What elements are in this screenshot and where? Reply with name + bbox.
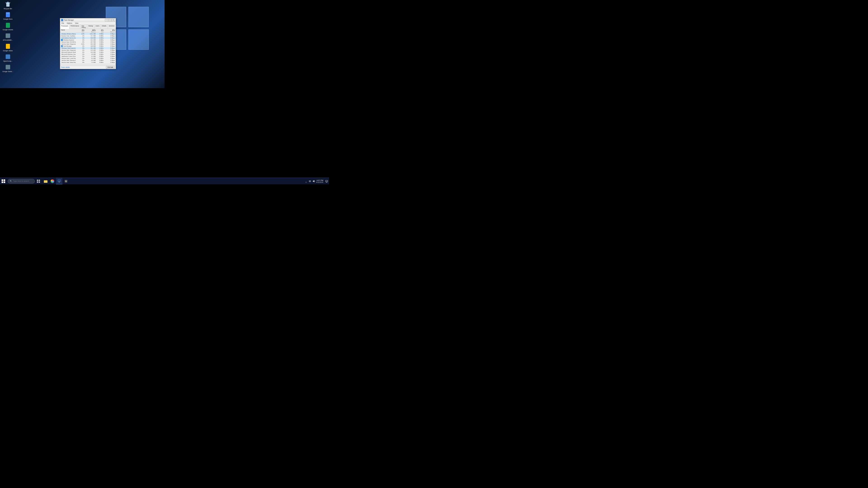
options-menu[interactable]: Options: [66, 22, 72, 24]
desktop-icon-google-sheets[interactable]: Google Sheets: [1, 22, 15, 31]
cpu-header[interactable]: 3% CPU: [76, 29, 85, 33]
proc-memory: 18.1 MB: [85, 47, 96, 49]
chrome-icon: [51, 180, 54, 183]
task-manager-taskbar[interactable]: [56, 178, 62, 185]
desktop-icon-google-stubs[interactable]: Google Stubs...: [1, 64, 15, 72]
proc-disk: 0 MB/s: [96, 58, 104, 59]
table-row[interactable]: Desktop Window Manager 1.8% 119.1 MB 0 M…: [60, 33, 116, 35]
disk-header[interactable]: 4% Disk: [96, 29, 104, 33]
minimize-button[interactable]: ─: [105, 19, 108, 22]
search-input[interactable]: [13, 180, 33, 182]
table-row[interactable]: Windows Shell Experience Host 0% 18.1 MB…: [60, 47, 116, 49]
volume-icon[interactable]: [312, 180, 315, 183]
end-task-button[interactable]: End task: [106, 66, 115, 68]
tray-expand-button[interactable]: ∧: [305, 180, 308, 183]
system-clock[interactable]: 4:07 PM 6/10/2019: [316, 180, 323, 183]
proc-name: Service Host: Local Disc...: [61, 57, 76, 59]
proc-cpu: 0%: [76, 52, 85, 53]
table-row[interactable]: Task Manager 0% 16.8 MB 0 MB/s 0 Mbps: [60, 45, 116, 47]
desktop-icon-google-slides[interactable]: Google Slides: [1, 43, 15, 52]
notification-center-button[interactable]: [325, 179, 328, 184]
tab-performance[interactable]: Performance: [69, 25, 80, 29]
proc-cpu: 2%: [76, 37, 85, 39]
proc-network: 0 Mbps: [104, 37, 115, 39]
win-pane-2: [128, 7, 149, 27]
network-icon[interactable]: [308, 180, 311, 183]
chrome-taskbar[interactable]: [49, 178, 56, 185]
google-sheets-icon: [5, 22, 11, 29]
memory-header[interactable]: 44% Memory: [85, 29, 96, 33]
google-slides-label: Google Slides: [3, 50, 13, 52]
proc-name: Microsoft Windows Search Inde...: [61, 53, 76, 55]
proc-network: 0 Mbps: [104, 39, 115, 41]
name-header[interactable]: Name: [61, 29, 76, 33]
proc-name: Desktop Window Manager: [61, 33, 76, 35]
table-row[interactable]: Windows Explorer 0% 22.1 MB 0 MB/s 0 Mbp…: [60, 39, 116, 41]
table-row[interactable]: Service Host: Diagnostic Policy... 0.6% …: [60, 43, 116, 45]
google-docs-icon: [5, 11, 11, 18]
desktop-icon-recycle-bin[interactable]: Recycle Bin: [1, 1, 15, 10]
table-row[interactable]: Service Host: DCOM Server Pro... 0% 20.7…: [60, 41, 116, 43]
taskbar-search[interactable]: 🔍: [8, 179, 35, 184]
taskbar: 🔍: [0, 177, 329, 184]
proc-memory: 22.1 MB: [85, 39, 96, 41]
file-menu[interactable]: File: [61, 22, 64, 24]
view-menu[interactable]: View: [74, 22, 79, 24]
google-slides-icon: [5, 43, 11, 50]
proc-cpu: 0%: [76, 39, 85, 41]
tab-services[interactable]: Services: [108, 25, 116, 29]
file-explorer-icon: [44, 180, 48, 183]
table-row[interactable]: Service Host: Remote Procedur... 0% 8.0 …: [60, 59, 116, 61]
start-button[interactable]: [0, 178, 7, 185]
svg-rect-20: [59, 182, 60, 182]
task-view-button[interactable]: [35, 178, 41, 185]
tab-users[interactable]: Users: [94, 25, 101, 29]
proc-network: 0 Mbps: [104, 62, 115, 63]
table-row[interactable]: Application Frame Host 0% 9.4 MB 0 MB/s …: [60, 55, 116, 57]
tab-details[interactable]: Details: [101, 25, 108, 29]
tab-app-history[interactable]: App history: [81, 25, 87, 29]
close-button[interactable]: ✕: [112, 19, 115, 22]
file-explorer-taskbar[interactable]: [42, 178, 49, 185]
column-headers: Name 3% CPU 44% Memory 4% Disk 0% Networ…: [60, 29, 116, 33]
proc-cpu: 0%: [76, 56, 85, 57]
proc-network: 0 Mbps: [104, 33, 115, 35]
table-row[interactable]: Antimalware Service Executable 2% 53.8 M…: [60, 37, 116, 39]
proc-cpu: 0%: [76, 60, 85, 61]
maximize-button[interactable]: □: [108, 19, 112, 22]
table-row[interactable]: Service Host: Diagnostic Polic... 0% 12.…: [60, 49, 116, 51]
table-row[interactable]: Microsoft Network Realtime Ins... 0% 10.…: [60, 51, 116, 53]
proc-name: Service Host: Diagnostic Policy...: [61, 43, 76, 45]
network-header[interactable]: 0% Network: [104, 29, 115, 33]
proc-memory: 71.7 MB: [85, 35, 96, 37]
table-row[interactable]: Service Host: SysMain 2% 71.7 MB 0 MB/s …: [60, 35, 116, 37]
desktop-icon-google-docs[interactable]: Google Docs: [1, 11, 15, 20]
proc-network: 0 Mbps: [104, 41, 115, 43]
proc-name: Service Host: SysMain: [61, 35, 76, 37]
search-icon: 🔍: [10, 180, 12, 182]
desktop-icon-opencomp[interactable]: OpenComp...: [1, 54, 15, 62]
proc-cpu: 0%: [76, 58, 85, 59]
proc-cpu: 0%: [76, 54, 85, 55]
proc-name: Windows Explorer: [61, 39, 76, 41]
tab-processes[interactable]: Processes: [60, 25, 69, 29]
table-row[interactable]: Service Host: State Repository S... 0% 7…: [60, 61, 116, 64]
desktop-icon-eficodimm[interactable]: EFiCoDiMM...: [1, 33, 15, 41]
table-row[interactable]: Microsoft Windows Search Inde... 0% 9.8 …: [60, 53, 116, 55]
proc-memory: 16.8 MB: [85, 45, 96, 47]
proc-disk: 0 MB/s: [96, 39, 104, 41]
fewer-details-link[interactable]: Fewer details: [61, 66, 70, 68]
proc-name: Service Host: Diagnostic Polic...: [61, 49, 76, 51]
table-row[interactable]: Service Host: Local Disc... 0% 8.2 MB 0 …: [60, 57, 116, 59]
google-sheets-label: Google Sheets: [3, 29, 13, 31]
svg-rect-1: [6, 2, 10, 3]
proc-network: 0 Mbps: [104, 50, 115, 51]
proc-name: Service Host: State Repository S...: [61, 61, 76, 63]
proc-network: 0 Mbps: [104, 35, 115, 37]
tab-startup[interactable]: Startup: [87, 25, 94, 29]
extra-taskbar-item[interactable]: N: [63, 178, 69, 185]
proc-disk: 0 MB/s: [96, 37, 104, 39]
proc-memory: 8.0 MB: [85, 60, 96, 61]
proc-disk: 0 MB/s: [96, 56, 104, 57]
bottom-half: [0, 88, 329, 176]
